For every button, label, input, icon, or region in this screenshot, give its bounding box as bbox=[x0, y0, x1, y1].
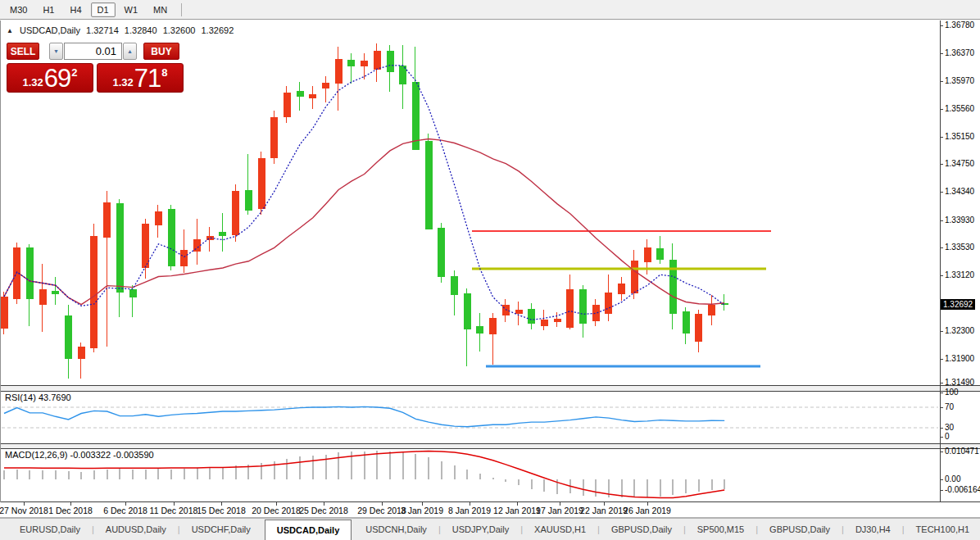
rsi-axis-tick bbox=[940, 437, 943, 438]
high-value: 1.32840 bbox=[125, 25, 157, 35]
buy-button[interactable]: BUY bbox=[143, 43, 179, 60]
volume-increase-button[interactable]: ▲ bbox=[123, 43, 137, 60]
panel-border bbox=[0, 448, 980, 449]
price-axis-label: 1.35970 bbox=[945, 76, 974, 85]
open-value: 1.32714 bbox=[86, 25, 119, 35]
macd-axis-tick bbox=[940, 490, 943, 491]
price-axis-tick bbox=[940, 331, 943, 332]
price-axis-label: 1.33530 bbox=[945, 243, 974, 252]
rsi-axis-label: 100 bbox=[945, 388, 959, 397]
sell-button[interactable]: SELL bbox=[7, 43, 39, 60]
ask-prefix: 1.32 bbox=[112, 76, 133, 88]
macd-label: MACD(12,26,9) -0.003322 -0.003590 bbox=[5, 450, 154, 460]
rsi-axis-tick bbox=[940, 428, 943, 429]
low-value: 1.32600 bbox=[163, 25, 196, 35]
date-axis-label: 15 Dec 2018 bbox=[193, 506, 250, 515]
bid-big-digits: 69 bbox=[44, 66, 70, 91]
ask-big-digits: 71 bbox=[134, 66, 161, 91]
panel-border bbox=[0, 391, 980, 392]
price-axis-tick bbox=[940, 53, 943, 54]
rsi-axis-label: 0 bbox=[945, 432, 950, 441]
chart-left-border bbox=[0, 20, 1, 502]
date-axis-label: 25 Dec 2018 bbox=[295, 506, 352, 515]
mt4-terminal: M30H1H4D1W1MN ▲ USDCAD,Daily 1.32714 1.3… bbox=[0, 0, 980, 540]
price-axis-label: 1.36780 bbox=[945, 20, 974, 29]
price-axis-tick bbox=[940, 25, 943, 26]
chart-header: ▲ USDCAD,Daily 1.32714 1.32840 1.32600 1… bbox=[7, 25, 237, 35]
rsi-axis-label: 70 bbox=[945, 402, 954, 411]
macd-axis-tick bbox=[940, 479, 943, 480]
ask-sup-digit: 8 bbox=[161, 66, 167, 79]
rsi-axis-label: 30 bbox=[945, 423, 954, 432]
panel-border bbox=[0, 501, 980, 502]
price-axis-label: 1.34340 bbox=[945, 187, 974, 196]
price-axis-tick bbox=[940, 275, 943, 276]
bid-sup-digit: 2 bbox=[71, 66, 77, 79]
chart-title: USDCAD,Daily bbox=[20, 25, 80, 35]
ask-price-button[interactable]: 1.32 71 8 bbox=[97, 63, 184, 93]
price-axis-tick bbox=[940, 247, 943, 248]
price-axis-label: 1.31490 bbox=[945, 378, 974, 387]
price-axis-label: 1.33930 bbox=[945, 216, 974, 225]
price-axis-tick bbox=[940, 383, 943, 383]
collapse-icon[interactable]: ▲ bbox=[7, 27, 13, 34]
panel-border bbox=[0, 517, 980, 518]
price-axis-tick bbox=[940, 81, 943, 82]
rsi-axis-tick bbox=[940, 393, 943, 393]
macd-axis-label: 0.010471 bbox=[945, 447, 979, 456]
date-axis-label: 26 Jan 2019 bbox=[619, 506, 676, 515]
price-axis-tick bbox=[940, 109, 943, 110]
bid-prefix: 1.32 bbox=[22, 76, 43, 88]
price-axis-tick bbox=[940, 164, 943, 165]
volume-input[interactable] bbox=[64, 43, 122, 60]
date-axis-label: 1 Dec 2018 bbox=[42, 506, 99, 515]
price-axis-tick bbox=[940, 220, 943, 221]
price-axis-tick bbox=[940, 192, 943, 193]
price-axis-label: 1.31900 bbox=[945, 354, 974, 363]
price-axis-label: 1.35560 bbox=[945, 104, 974, 113]
price-axis-tick bbox=[940, 137, 943, 138]
volume-decrease-button[interactable]: ▼ bbox=[49, 43, 63, 60]
price-axis-label: 1.32300 bbox=[945, 326, 974, 335]
price-axis-border bbox=[940, 20, 941, 502]
price-axis-tick bbox=[940, 359, 943, 360]
macd-axis-tick bbox=[940, 452, 943, 452]
price-axis-label: 1.36370 bbox=[945, 48, 974, 57]
bid-price-button[interactable]: 1.32 69 2 bbox=[7, 63, 93, 93]
macd-axis-label: 0.00 bbox=[945, 474, 960, 483]
price-axis-label: 1.34750 bbox=[945, 159, 974, 168]
price-axis-label: 1.35150 bbox=[945, 132, 974, 141]
price-axis-label: 1.33120 bbox=[945, 270, 974, 279]
rsi-axis-tick bbox=[940, 407, 943, 408]
current-price-tag: 1.32692 bbox=[941, 299, 975, 310]
close-value: 1.32692 bbox=[202, 25, 234, 35]
macd-axis-label: -0.006164 bbox=[945, 485, 980, 494]
rsi-label: RSI(14) 43.7690 bbox=[5, 393, 71, 402]
